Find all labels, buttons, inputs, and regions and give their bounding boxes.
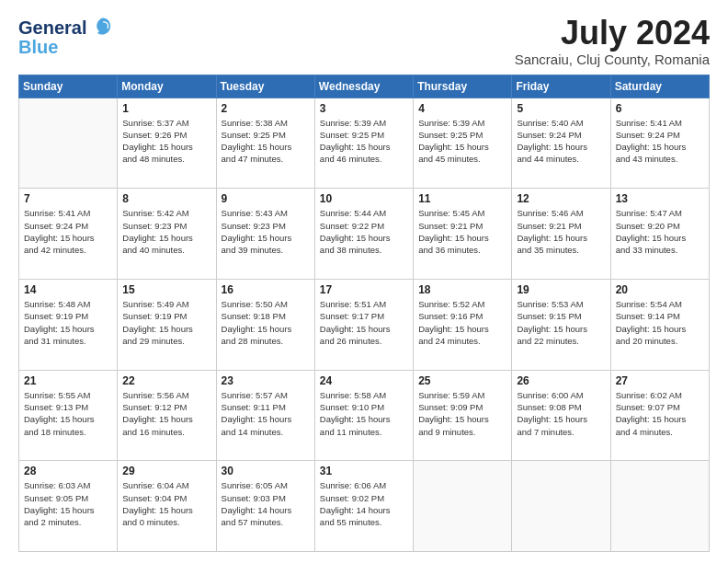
table-row: 17Sunrise: 5:51 AM Sunset: 9:17 PM Dayli… xyxy=(314,279,413,370)
day-info: Sunrise: 5:40 AM Sunset: 9:24 PM Dayligh… xyxy=(517,117,605,166)
day-number: 14 xyxy=(24,283,112,296)
table-row: 21Sunrise: 5:55 AM Sunset: 9:13 PM Dayli… xyxy=(19,370,118,461)
table-row: 4Sunrise: 5:39 AM Sunset: 9:25 PM Daylig… xyxy=(414,98,512,189)
table-row: 2Sunrise: 5:38 AM Sunset: 9:25 PM Daylig… xyxy=(216,98,314,189)
table-row: 10Sunrise: 5:44 AM Sunset: 9:22 PM Dayli… xyxy=(314,189,413,280)
table-row: 26Sunrise: 6:00 AM Sunset: 9:08 PM Dayli… xyxy=(512,370,610,461)
day-info: Sunrise: 6:04 AM Sunset: 9:04 PM Dayligh… xyxy=(122,479,210,528)
header-row: Sunday Monday Tuesday Wednesday Thursday… xyxy=(19,75,710,98)
day-info: Sunrise: 5:47 AM Sunset: 9:20 PM Dayligh… xyxy=(616,207,704,256)
page: General Blue July 2024 Sancraiu, Cluj Co… xyxy=(0,0,728,563)
logo-icon xyxy=(88,15,114,40)
table-row xyxy=(512,461,610,552)
day-number: 21 xyxy=(24,374,112,387)
table-row: 20Sunrise: 5:54 AM Sunset: 9:14 PM Dayli… xyxy=(610,279,709,370)
day-info: Sunrise: 5:43 AM Sunset: 9:23 PM Dayligh… xyxy=(222,207,310,256)
table-row: 19Sunrise: 5:53 AM Sunset: 9:15 PM Dayli… xyxy=(512,279,610,370)
day-number: 25 xyxy=(418,374,506,387)
month-title: July 2024 xyxy=(515,15,710,52)
table-row: 28Sunrise: 6:03 AM Sunset: 9:05 PM Dayli… xyxy=(19,461,118,552)
day-number: 17 xyxy=(320,283,408,296)
day-number: 6 xyxy=(616,102,704,115)
day-info: Sunrise: 5:57 AM Sunset: 9:11 PM Dayligh… xyxy=(222,389,310,438)
day-info: Sunrise: 5:45 AM Sunset: 9:21 PM Dayligh… xyxy=(418,207,506,256)
table-row: 31Sunrise: 6:06 AM Sunset: 9:02 PM Dayli… xyxy=(314,461,413,552)
day-number: 3 xyxy=(320,102,408,115)
day-info: Sunrise: 6:00 AM Sunset: 9:08 PM Dayligh… xyxy=(517,389,605,438)
day-number: 22 xyxy=(122,374,210,387)
day-number: 1 xyxy=(122,102,210,115)
table-row: 24Sunrise: 5:58 AM Sunset: 9:10 PM Dayli… xyxy=(314,370,413,461)
day-number: 11 xyxy=(418,192,506,205)
table-row: 29Sunrise: 6:04 AM Sunset: 9:04 PM Dayli… xyxy=(118,461,216,552)
day-info: Sunrise: 5:38 AM Sunset: 9:25 PM Dayligh… xyxy=(222,117,310,166)
col-tuesday: Tuesday xyxy=(216,75,314,98)
table-row: 18Sunrise: 5:52 AM Sunset: 9:16 PM Dayli… xyxy=(414,279,512,370)
calendar-table: Sunday Monday Tuesday Wednesday Thursday… xyxy=(18,75,710,552)
table-row: 5Sunrise: 5:40 AM Sunset: 9:24 PM Daylig… xyxy=(512,98,610,189)
day-info: Sunrise: 6:02 AM Sunset: 9:07 PM Dayligh… xyxy=(616,389,704,438)
day-number: 5 xyxy=(517,102,605,115)
day-info: Sunrise: 5:54 AM Sunset: 9:14 PM Dayligh… xyxy=(616,298,704,347)
table-row: 25Sunrise: 5:59 AM Sunset: 9:09 PM Dayli… xyxy=(414,370,512,461)
day-number: 12 xyxy=(517,192,605,205)
day-number: 9 xyxy=(222,192,310,205)
logo: General Blue xyxy=(18,15,114,58)
day-number: 13 xyxy=(616,192,704,205)
logo-blue: Blue xyxy=(18,37,58,58)
day-info: Sunrise: 5:44 AM Sunset: 9:22 PM Dayligh… xyxy=(320,207,408,256)
day-number: 18 xyxy=(418,283,506,296)
day-info: Sunrise: 6:05 AM Sunset: 9:03 PM Dayligh… xyxy=(222,479,310,528)
day-number: 8 xyxy=(122,192,210,205)
table-row: 14Sunrise: 5:48 AM Sunset: 9:19 PM Dayli… xyxy=(19,279,118,370)
table-row: 3Sunrise: 5:39 AM Sunset: 9:25 PM Daylig… xyxy=(314,98,413,189)
day-info: Sunrise: 5:55 AM Sunset: 9:13 PM Dayligh… xyxy=(24,389,112,438)
table-row: 1Sunrise: 5:37 AM Sunset: 9:26 PM Daylig… xyxy=(118,98,216,189)
table-row xyxy=(610,461,709,552)
day-number: 24 xyxy=(320,374,408,387)
table-row: 13Sunrise: 5:47 AM Sunset: 9:20 PM Dayli… xyxy=(610,189,709,280)
title-block: July 2024 Sancraiu, Cluj County, Romania xyxy=(515,15,710,67)
day-number: 23 xyxy=(222,374,310,387)
logo-general: General xyxy=(18,17,86,39)
day-number: 27 xyxy=(616,374,704,387)
day-number: 2 xyxy=(222,102,310,115)
day-info: Sunrise: 5:39 AM Sunset: 9:25 PM Dayligh… xyxy=(320,117,408,166)
calendar-week-row: 14Sunrise: 5:48 AM Sunset: 9:19 PM Dayli… xyxy=(19,279,710,370)
day-info: Sunrise: 5:58 AM Sunset: 9:10 PM Dayligh… xyxy=(320,389,408,438)
day-number: 28 xyxy=(24,465,112,477)
table-row: 23Sunrise: 5:57 AM Sunset: 9:11 PM Dayli… xyxy=(216,370,314,461)
day-number: 31 xyxy=(320,465,408,477)
day-info: Sunrise: 5:56 AM Sunset: 9:12 PM Dayligh… xyxy=(122,389,210,438)
calendar-week-row: 1Sunrise: 5:37 AM Sunset: 9:26 PM Daylig… xyxy=(19,98,710,189)
day-info: Sunrise: 5:37 AM Sunset: 9:26 PM Dayligh… xyxy=(122,117,210,166)
table-row xyxy=(414,461,512,552)
day-number: 20 xyxy=(616,283,704,296)
col-friday: Friday xyxy=(512,75,610,98)
calendar-week-row: 7Sunrise: 5:41 AM Sunset: 9:24 PM Daylig… xyxy=(19,189,710,280)
day-number: 7 xyxy=(24,192,112,205)
day-number: 30 xyxy=(222,465,310,477)
day-info: Sunrise: 5:50 AM Sunset: 9:18 PM Dayligh… xyxy=(222,298,310,347)
table-row xyxy=(19,98,118,189)
table-row: 6Sunrise: 5:41 AM Sunset: 9:24 PM Daylig… xyxy=(610,98,709,189)
day-number: 4 xyxy=(418,102,506,115)
table-row: 27Sunrise: 6:02 AM Sunset: 9:07 PM Dayli… xyxy=(610,370,709,461)
day-number: 10 xyxy=(320,192,408,205)
col-wednesday: Wednesday xyxy=(314,75,413,98)
table-row: 11Sunrise: 5:45 AM Sunset: 9:21 PM Dayli… xyxy=(414,189,512,280)
table-row: 9Sunrise: 5:43 AM Sunset: 9:23 PM Daylig… xyxy=(216,189,314,280)
col-monday: Monday xyxy=(118,75,216,98)
table-row: 16Sunrise: 5:50 AM Sunset: 9:18 PM Dayli… xyxy=(216,279,314,370)
day-info: Sunrise: 5:48 AM Sunset: 9:19 PM Dayligh… xyxy=(24,298,112,347)
table-row: 12Sunrise: 5:46 AM Sunset: 9:21 PM Dayli… xyxy=(512,189,610,280)
table-row: 22Sunrise: 5:56 AM Sunset: 9:12 PM Dayli… xyxy=(118,370,216,461)
day-info: Sunrise: 5:52 AM Sunset: 9:16 PM Dayligh… xyxy=(418,298,506,347)
day-info: Sunrise: 5:41 AM Sunset: 9:24 PM Dayligh… xyxy=(616,117,704,166)
day-number: 16 xyxy=(222,283,310,296)
table-row: 8Sunrise: 5:42 AM Sunset: 9:23 PM Daylig… xyxy=(118,189,216,280)
day-number: 29 xyxy=(122,465,210,477)
day-info: Sunrise: 6:06 AM Sunset: 9:02 PM Dayligh… xyxy=(320,479,408,528)
calendar-week-row: 28Sunrise: 6:03 AM Sunset: 9:05 PM Dayli… xyxy=(19,461,710,552)
header: General Blue July 2024 Sancraiu, Cluj Co… xyxy=(18,15,710,67)
